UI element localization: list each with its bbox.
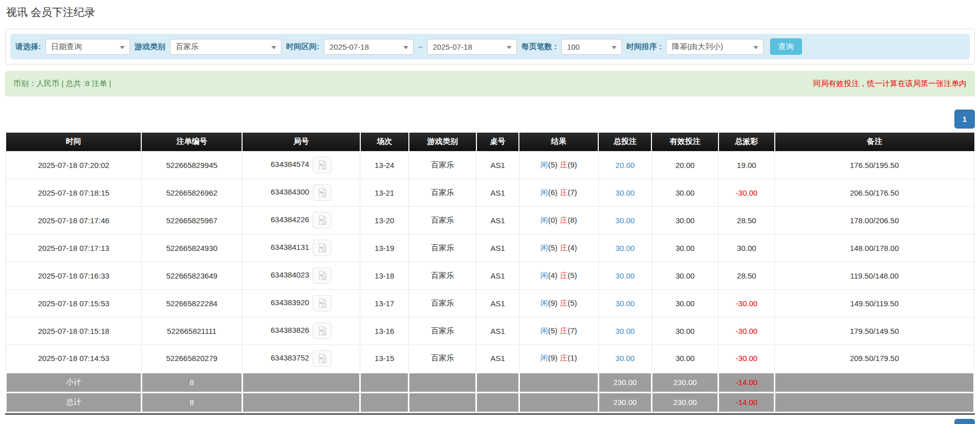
payout-cell: -30.00: [718, 179, 775, 206]
video-record-button[interactable]: [313, 184, 332, 201]
total-bet-link[interactable]: 30.00: [616, 354, 635, 363]
total-payout: -14.00: [718, 392, 775, 412]
chevron-down-icon: [403, 46, 408, 49]
query-type-value: 日期查询: [51, 42, 82, 52]
video-record-button[interactable]: [313, 267, 332, 284]
video-record-button[interactable]: [313, 350, 332, 367]
table-no-cell: AS1: [476, 206, 519, 234]
page-size-label: 每页笔数 :: [521, 42, 557, 52]
total-bet-link[interactable]: 30.00: [616, 271, 635, 280]
page-size-select[interactable]: 100: [561, 39, 622, 55]
result-banker-label: 庄: [560, 160, 568, 169]
time-cell: 2025-07-18 07:16:33: [6, 262, 142, 289]
valid-bet-cell: 30.00: [651, 317, 718, 345]
time-sort-label: 时间排序 :: [626, 42, 662, 52]
payout-cell: 30.00: [718, 234, 775, 262]
round-no-value: 634383826: [271, 326, 309, 334]
result-player-value: (9): [548, 353, 557, 362]
total-bet-cell: 20.00: [598, 151, 651, 179]
time-cell: 2025-07-18 07:15:18: [6, 317, 142, 345]
result-banker-value: (5): [568, 271, 577, 280]
payout-cell: 28.50: [718, 206, 775, 234]
valid-bet-cell: 30.00: [651, 262, 718, 289]
total-bet-link[interactable]: 20.00: [616, 161, 635, 169]
result-player-label: 闲: [540, 160, 548, 169]
total-bet-link[interactable]: 30.00: [616, 216, 635, 225]
chevron-down-icon: [753, 46, 758, 49]
result-banker-value: (9): [568, 160, 577, 169]
round-no-cell: 634384131: [242, 234, 360, 262]
result-player-label: 闲: [540, 299, 548, 307]
video-file-icon: [317, 353, 328, 364]
order-no-cell: 522665826962: [141, 179, 242, 206]
table-row: 2025-07-18 07:20:02 522665829945 6343845…: [6, 151, 974, 179]
table-no-cell: AS1: [476, 179, 519, 206]
order-no-cell: 522665823649: [141, 262, 242, 289]
page-button-1[interactable]: 1: [954, 110, 975, 129]
summary-note: 同局有效投注，统一计算在该局第一张注单内: [813, 79, 967, 89]
game-category-select[interactable]: 百家乐: [170, 39, 281, 55]
result-player-value: (0): [548, 216, 557, 224]
header-valid-bet: 有效投注: [651, 133, 718, 151]
subtotal-payout: -14.00: [718, 372, 775, 392]
result-banker-value: (7): [568, 188, 577, 197]
result-banker-label: 庄: [560, 271, 568, 280]
remark-cell: 119.50/148.00: [775, 262, 974, 289]
subtotal-count: 8: [141, 372, 242, 392]
game-category-cell: 百家乐: [409, 234, 476, 262]
game-category-value: 百家乐: [176, 42, 199, 52]
table-bottom-divider: [5, 413, 975, 415]
video-record-button[interactable]: [313, 295, 332, 311]
time-sort-select[interactable]: 降幂(由大到小): [666, 39, 764, 55]
result-player-value: (4): [548, 271, 557, 280]
session-cell: 13-16: [360, 317, 409, 345]
query-type-select[interactable]: 日期查询: [46, 39, 130, 55]
table-row: 2025-07-18 07:17:13 522665824930 6343841…: [6, 234, 974, 262]
page-button-1-bottom[interactable]: 1: [954, 419, 975, 424]
result-player-value: (5): [548, 160, 557, 169]
video-file-icon: [317, 243, 328, 253]
table-row: 2025-07-18 07:15:18 522665821111 6343838…: [6, 317, 974, 345]
date-to-select[interactable]: 2025-07-18: [427, 39, 517, 55]
table-row: 2025-07-18 07:18:15 522665826962 6343843…: [6, 179, 974, 206]
video-record-button[interactable]: [313, 212, 332, 228]
search-button[interactable]: 查询: [770, 38, 802, 55]
game-category-cell: 百家乐: [409, 289, 476, 317]
total-bet-link[interactable]: 30.00: [616, 244, 635, 252]
result-player-label: 闲: [540, 243, 548, 252]
session-cell: 13-24: [360, 151, 409, 179]
filter-bar: 请选择: 日期查询 游戏类别 百家乐 时间区间: 2025-07-18 ~ 20…: [10, 34, 970, 59]
session-cell: 13-18: [360, 262, 409, 289]
table-row: 2025-07-18 07:17:46 522665825967 6343842…: [6, 206, 974, 234]
round-no-value: 634383920: [271, 298, 309, 307]
date-from-select[interactable]: 2025-07-18: [324, 39, 413, 55]
video-record-button[interactable]: [313, 157, 332, 173]
time-cell: 2025-07-18 07:15:53: [6, 289, 142, 317]
round-no-cell: 634384574: [242, 151, 360, 179]
total-total-bet: 230.00: [598, 392, 651, 412]
remark-cell: 206.50/176.50: [775, 179, 974, 206]
total-bet-link[interactable]: 30.00: [616, 299, 635, 308]
total-bet-link[interactable]: 30.00: [616, 327, 635, 335]
payout-cell: -30.00: [718, 345, 775, 372]
subtotal-label: 小计: [6, 372, 142, 392]
total-bet-cell: 30.00: [598, 262, 651, 289]
header-game-category: 游戏类别: [409, 133, 476, 151]
footer-row-total: 总计 8 230.00 230.00 -14.00: [6, 392, 974, 412]
time-cell: 2025-07-18 07:14:53: [6, 345, 142, 372]
pagination-bottom: 1: [5, 419, 975, 424]
result-cell: 闲(0)庄(8): [519, 206, 598, 234]
table-no-cell: AS1: [476, 317, 519, 345]
time-sort-value: 降幂(由大到小): [672, 42, 723, 52]
video-record-button[interactable]: [313, 323, 332, 339]
video-record-button[interactable]: [313, 240, 332, 256]
chevron-down-icon: [612, 46, 617, 49]
total-bet-cell: 30.00: [598, 289, 651, 317]
order-no-cell: 522665822284: [141, 289, 242, 317]
total-bet-link[interactable]: 30.00: [616, 188, 635, 197]
time-cell: 2025-07-18 07:20:02: [6, 151, 142, 179]
valid-bet-cell: 30.00: [651, 345, 718, 372]
result-player-label: 闲: [540, 353, 548, 362]
result-cell: 闲(9)庄(5): [519, 289, 598, 317]
result-banker-value: (1): [568, 353, 577, 362]
